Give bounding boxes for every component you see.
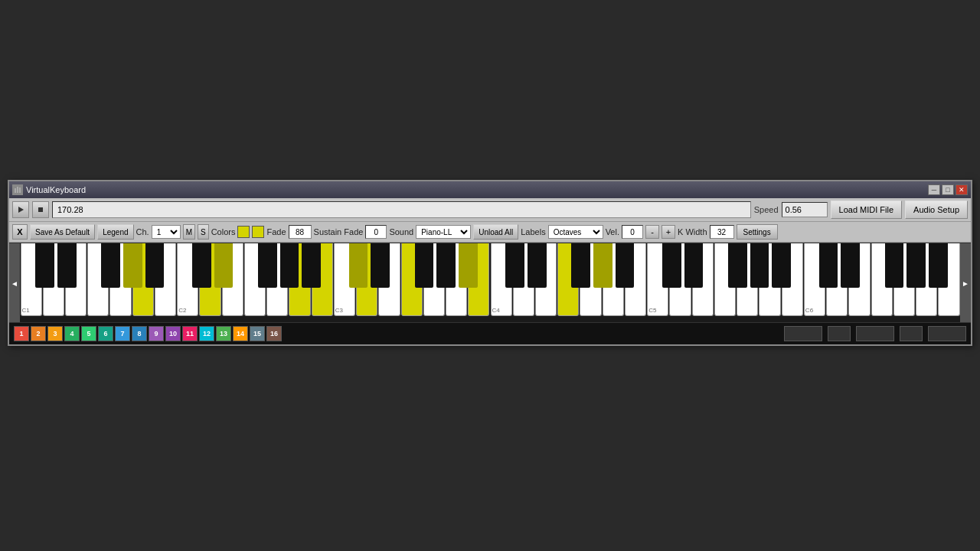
close-button[interactable]: ✕ [956,184,968,195]
stop-button[interactable] [32,201,49,218]
channel-button-11[interactable]: 11 [182,326,198,341]
color-box-1[interactable] [237,226,250,238]
black-key-9[interactable] [302,243,321,288]
channel-button-4[interactable]: 4 [64,326,80,341]
black-key-18[interactable] [593,243,612,288]
black-key-28[interactable] [906,243,926,288]
window-controls: ─ □ ✕ [928,184,968,195]
black-key-17[interactable] [571,243,590,288]
octave-label-C5: C5 [648,307,656,314]
black-key-23[interactable] [750,243,769,288]
piano-scroll-right[interactable]: ► [960,243,971,323]
octave-label-C1: C1 [22,307,30,314]
s-button[interactable]: S [198,224,209,240]
svg-rect-4 [38,207,43,212]
black-key-4[interactable] [145,243,165,288]
channel-button-6[interactable]: 6 [98,326,113,341]
octave-label-C2: C2 [178,307,186,314]
channel-button-15[interactable]: 15 [250,326,265,341]
title-bar-left: VirtualKeyboard [12,184,86,195]
svg-rect-0 [15,188,16,193]
channel-buttons: 12345678910111213141516 [14,326,282,341]
black-key-12[interactable] [415,243,434,288]
black-key-8[interactable] [280,243,299,288]
black-key-11[interactable] [371,243,390,288]
black-key-0[interactable] [35,243,54,288]
maximize-button[interactable]: □ [942,184,954,195]
black-key-21[interactable] [684,243,704,288]
labels-select[interactable]: Octaves [548,225,603,239]
black-key-2[interactable] [101,243,120,288]
minimize-button[interactable]: ─ [928,184,940,195]
sustain-fade-input[interactable] [365,225,387,239]
app-icon [12,184,23,195]
midi-indicator-5 [928,326,966,341]
vel-decrement[interactable]: - [645,225,659,239]
black-key-10[interactable] [349,243,368,288]
channels-row: 12345678910111213141516 [9,323,971,344]
svg-marker-3 [18,207,24,213]
piano-keys: C1C2C3C4C5C6 [20,243,960,322]
unload-all-button[interactable]: Unload All [473,224,518,240]
channel-button-14[interactable]: 14 [233,326,248,341]
black-key-6[interactable] [214,243,234,288]
black-key-25[interactable] [819,243,838,288]
fade-input[interactable] [289,225,312,239]
kwidth-input[interactable] [710,225,734,239]
piano-scroll-left[interactable]: ◄ [9,243,20,323]
settings-button[interactable]: Settings [737,224,778,240]
audio-setup-button[interactable]: Audio Setup [905,201,968,219]
channel-button-12[interactable]: 12 [199,326,214,341]
black-key-26[interactable] [841,243,860,288]
channel-button-1[interactable]: 1 [14,326,29,341]
octave-label-C3: C3 [335,307,343,314]
black-key-24[interactable] [772,243,791,288]
save-default-button[interactable]: Save As Default [30,224,95,240]
vel-input[interactable] [622,225,643,239]
ch-select[interactable]: 1 [152,225,181,239]
channel-button-5[interactable]: 5 [81,326,96,341]
octave-C4: C4 [490,243,647,322]
black-key-29[interactable] [929,243,948,288]
black-key-15[interactable] [505,243,524,288]
black-key-16[interactable] [528,243,547,288]
channel-button-9[interactable]: 9 [149,326,164,341]
black-key-22[interactable] [728,243,747,288]
channel-button-16[interactable]: 16 [266,326,282,341]
color-box-2[interactable] [252,226,264,238]
load-midi-button[interactable]: Load MIDI File [831,201,903,219]
channel-button-13[interactable]: 13 [216,326,231,341]
black-key-3[interactable] [123,243,142,288]
channel-button-3[interactable]: 3 [47,326,63,341]
sound-select[interactable]: Piano-LL [416,225,471,239]
sustain-fade-label: Sustain Fade [314,227,364,236]
octave-label-C6: C6 [805,307,813,314]
channel-button-7[interactable]: 7 [115,326,130,341]
speed-label: Speed [754,205,779,214]
fade-label: Fade [266,227,286,236]
x-button[interactable]: X [12,224,28,240]
channel-button-2[interactable]: 2 [31,326,46,341]
black-key-7[interactable] [258,243,277,288]
m-button[interactable]: M [183,224,195,240]
black-key-13[interactable] [436,243,456,288]
channel-button-8[interactable]: 8 [132,326,147,341]
black-key-1[interactable] [57,243,77,288]
black-key-20[interactable] [662,243,681,288]
labels-label: Labels [521,227,545,236]
black-key-5[interactable] [192,243,211,288]
black-key-27[interactable] [885,243,904,288]
midi-indicator-3 [856,326,894,341]
svg-rect-1 [17,187,18,193]
transport-row: 170.28 Speed 0.56 Load MIDI File Audio S… [9,198,971,222]
speed-value: 0.56 [782,202,828,217]
black-key-19[interactable] [616,243,635,288]
black-key-14[interactable] [459,243,478,288]
window-title: VirtualKeyboard [26,185,86,194]
legend-button[interactable]: Legend [97,224,133,240]
octave-C1: C1 [20,243,177,322]
octave-C2: C2 [177,243,334,322]
vel-increment[interactable]: + [662,225,675,239]
play-button[interactable] [12,201,29,218]
channel-button-10[interactable]: 10 [165,326,181,341]
